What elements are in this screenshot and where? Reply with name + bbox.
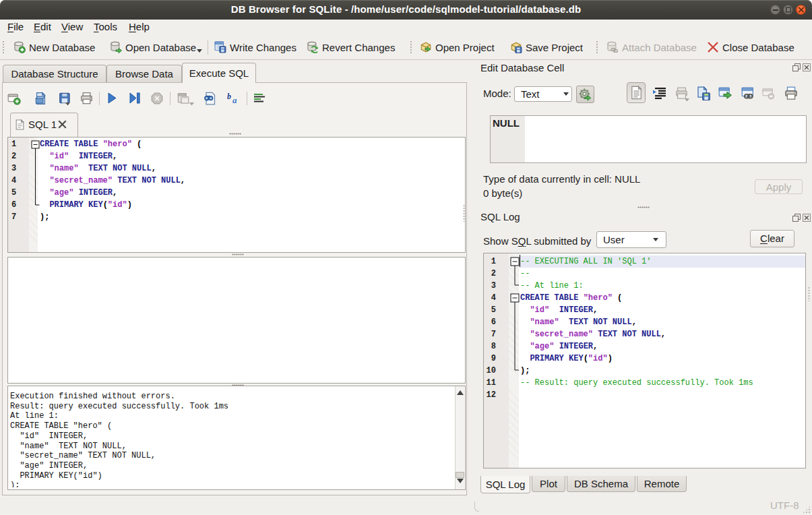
svg-text:a: a <box>232 95 237 104</box>
svg-text:b: b <box>227 92 231 101</box>
